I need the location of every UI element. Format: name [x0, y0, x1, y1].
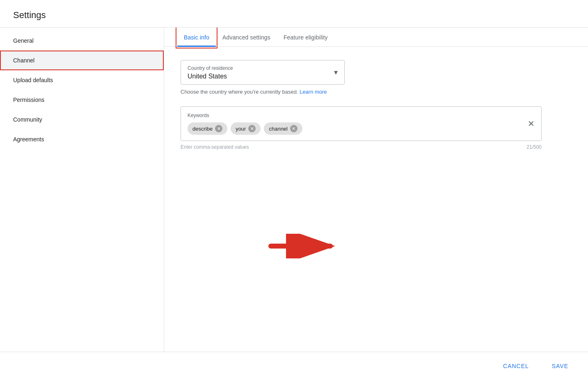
- keywords-clear-icon[interactable]: ✕: [528, 119, 535, 129]
- keyword-chip-describe: describe ✕: [188, 122, 227, 135]
- tab-advanced-settings[interactable]: Advanced settings: [216, 28, 277, 47]
- keywords-chips: describe ✕ your ✕ channel ✕: [188, 122, 535, 135]
- footer: CANCEL SAVE: [0, 352, 588, 380]
- keywords-char-count: 21/500: [526, 144, 542, 150]
- sidebar-item-general[interactable]: General: [0, 31, 164, 51]
- keyword-chip-your: your ✕: [231, 122, 261, 135]
- save-button[interactable]: SAVE: [545, 359, 575, 373]
- keywords-box: Keywords describe ✕ your ✕ channel: [181, 106, 542, 141]
- sidebar: General Channel Upload defaults Permissi…: [0, 28, 164, 352]
- country-label: Country of residence: [188, 65, 338, 71]
- sidebar-item-agreements[interactable]: Agreements: [0, 129, 164, 149]
- sidebar-item-community[interactable]: Community: [0, 110, 164, 129]
- learn-more-link[interactable]: Learn more: [300, 89, 327, 95]
- country-value: United States: [188, 73, 338, 80]
- keyword-chip-channel: channel ✕: [264, 122, 302, 135]
- page-title: Settings: [0, 0, 588, 28]
- keyword-chip-describe-text: describe: [192, 126, 213, 132]
- keyword-chip-channel-text: channel: [269, 126, 288, 132]
- cancel-button[interactable]: CANCEL: [496, 359, 535, 373]
- keywords-placeholder-text: Enter comma-separated values: [181, 144, 249, 150]
- keyword-chip-channel-remove[interactable]: ✕: [290, 125, 297, 132]
- content-area: Basic info Advanced settings Feature eli…: [164, 28, 588, 352]
- tab-content-basic-info: Country of residence United States ▾ Cho…: [164, 47, 588, 352]
- keywords-label: Keywords: [188, 113, 535, 118]
- country-helper-text: Choose the country where you're currentl…: [181, 89, 572, 95]
- tab-feature-eligibility[interactable]: Feature eligibility: [277, 28, 334, 47]
- sidebar-item-permissions[interactable]: Permissions: [0, 90, 164, 110]
- tabs-bar: Basic info Advanced settings Feature eli…: [164, 28, 588, 47]
- keywords-hint: Enter comma-separated values 21/500: [181, 144, 542, 150]
- country-dropdown[interactable]: Country of residence United States ▾: [181, 60, 345, 85]
- keyword-chip-describe-remove[interactable]: ✕: [215, 125, 222, 132]
- tab-basic-info[interactable]: Basic info: [177, 28, 216, 47]
- sidebar-item-upload-defaults[interactable]: Upload defaults: [0, 70, 164, 90]
- sidebar-item-channel[interactable]: Channel: [0, 51, 164, 70]
- keyword-chip-your-remove[interactable]: ✕: [248, 125, 256, 132]
- red-arrow-annotation: [267, 234, 341, 258]
- keyword-chip-your-text: your: [236, 126, 246, 132]
- dropdown-arrow-icon: ▾: [334, 68, 338, 77]
